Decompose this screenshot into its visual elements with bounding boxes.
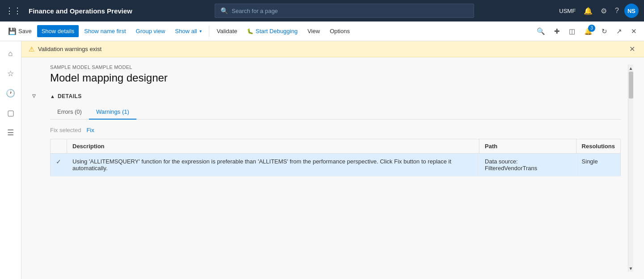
warning-banner: ⚠ Validation warnings exist ✕ bbox=[21, 41, 644, 57]
user-company[interactable]: USMF bbox=[556, 6, 578, 16]
tab-errors[interactable]: Errors (0) bbox=[50, 105, 89, 120]
toolbar-right: 🔍 ✚ ◫ 🔔 3 ↻ ↗ ✕ bbox=[533, 25, 640, 38]
search-bar[interactable]: 🔍 bbox=[215, 4, 474, 18]
warning-triangle-icon: ⚠ bbox=[29, 45, 34, 53]
tab-warnings[interactable]: Warnings (1) bbox=[89, 105, 136, 120]
validate-button[interactable]: Validate bbox=[212, 25, 242, 37]
search-input[interactable] bbox=[232, 8, 468, 14]
close-button[interactable]: ✕ bbox=[627, 25, 640, 38]
row-check-cell: ✓ bbox=[51, 154, 67, 176]
col-path: Path bbox=[479, 139, 576, 154]
search-icon: 🔍 bbox=[220, 7, 228, 14]
sidebar-workspaces-icon[interactable]: ▢ bbox=[2, 104, 20, 122]
table-row[interactable]: ✓ Using 'ALLITEMSQUERY' function for the… bbox=[51, 154, 621, 176]
grid-menu-icon[interactable]: ⋮⋮ bbox=[5, 6, 21, 16]
top-nav-right: USMF 🔔 ⚙ ? NS bbox=[556, 4, 639, 18]
content-area: SAMPLE MODEL SAMPLE MODEL Model mapping … bbox=[50, 64, 621, 272]
scroll-thumb[interactable] bbox=[629, 72, 633, 99]
col-description: Description bbox=[67, 139, 479, 154]
notifications-button[interactable]: 🔔 bbox=[581, 5, 595, 17]
user-avatar[interactable]: NS bbox=[624, 4, 639, 18]
sidebar-recent-icon[interactable]: 🕐 bbox=[2, 84, 20, 102]
show-name-first-button[interactable]: Show name first bbox=[80, 25, 130, 37]
main-layout: ⌂ ☆ 🕐 ▢ ☰ ⚠ Validation warnings exist ✕ … bbox=[0, 41, 644, 279]
toolbar-divider-1 bbox=[209, 26, 209, 37]
notification-badge: 3 bbox=[588, 25, 595, 32]
group-view-button[interactable]: Group view bbox=[131, 25, 170, 37]
scroll-down-button[interactable]: ▼ bbox=[628, 265, 633, 272]
refresh-button[interactable]: ↻ bbox=[598, 25, 611, 38]
page-content: ▿ SAMPLE MODEL SAMPLE MODEL Model mappin… bbox=[21, 57, 644, 279]
view-button[interactable]: View bbox=[303, 25, 324, 37]
actions-row: Fix selected Fix bbox=[50, 127, 621, 133]
show-all-dropdown-arrow: ▾ bbox=[199, 29, 202, 34]
save-button[interactable]: 💾 Save bbox=[4, 25, 36, 38]
tabs: Errors (0) Warnings (1) bbox=[50, 105, 621, 120]
options-button[interactable]: Options bbox=[325, 25, 354, 37]
row-checkmark-icon: ✓ bbox=[56, 158, 61, 165]
help-button[interactable]: ? bbox=[612, 5, 622, 17]
row-resolutions-cell: Single bbox=[576, 154, 620, 176]
show-details-button[interactable]: Show details bbox=[37, 25, 79, 37]
section-collapse-arrow: ▲ bbox=[50, 94, 55, 99]
page-title: Model mapping designer bbox=[50, 72, 621, 84]
notification-badge-button[interactable]: 🔔 3 bbox=[580, 25, 596, 38]
table-header-row: Description Path Resolutions bbox=[51, 139, 621, 154]
section-title: DETAILS bbox=[58, 93, 82, 99]
main-content: ⚠ Validation warnings exist ✕ ▿ SAMPLE M… bbox=[21, 41, 644, 279]
filter-icon[interactable]: ▿ bbox=[32, 92, 36, 99]
panel-button[interactable]: ◫ bbox=[565, 25, 579, 38]
fix-selected-text: Fix selected bbox=[50, 127, 81, 133]
scroll-track[interactable] bbox=[628, 72, 633, 265]
warning-text: Validation warnings exist bbox=[38, 46, 624, 52]
top-nav: ⋮⋮ Finance and Operations Preview 🔍 USMF… bbox=[0, 0, 644, 21]
col-check bbox=[51, 139, 67, 154]
filter-panel: ▿ bbox=[32, 64, 43, 272]
app-title: Finance and Operations Preview bbox=[25, 7, 132, 15]
search-container: 🔍 bbox=[136, 4, 553, 18]
search-toolbar-button[interactable]: 🔍 bbox=[533, 25, 549, 38]
breadcrumb: SAMPLE MODEL SAMPLE MODEL bbox=[50, 64, 621, 70]
save-icon: 💾 bbox=[8, 27, 17, 35]
sidebar-list-icon[interactable]: ☰ bbox=[2, 124, 20, 142]
left-sidebar: ⌂ ☆ 🕐 ▢ ☰ bbox=[0, 41, 21, 279]
row-path-cell: Data source: FilteredVendorTrans bbox=[479, 154, 576, 176]
debug-icon: 🐛 bbox=[247, 28, 254, 34]
expand-button[interactable]: ↗ bbox=[613, 25, 626, 38]
row-description-cell: Using 'ALLITEMSQUERY' function for the e… bbox=[67, 154, 479, 176]
settings-button[interactable]: ⚙ bbox=[598, 5, 610, 17]
col-resolutions: Resolutions bbox=[576, 139, 620, 154]
right-scrollbar[interactable]: ▲ ▼ bbox=[628, 64, 633, 272]
warning-close-button[interactable]: ✕ bbox=[627, 45, 637, 53]
toolbar: 💾 Save Show details Show name first Grou… bbox=[0, 21, 644, 41]
fix-link[interactable]: Fix bbox=[86, 127, 94, 133]
sidebar-home-icon[interactable]: ⌂ bbox=[2, 45, 20, 63]
scroll-up-button[interactable]: ▲ bbox=[628, 64, 633, 72]
details-section-header[interactable]: ▲ DETAILS bbox=[50, 93, 621, 99]
sidebar-favorites-icon[interactable]: ☆ bbox=[2, 64, 20, 82]
pin-button[interactable]: ✚ bbox=[551, 25, 564, 38]
start-debugging-button[interactable]: 🐛 Start Debugging bbox=[242, 25, 302, 37]
show-all-button[interactable]: Show all ▾ bbox=[170, 25, 206, 37]
warnings-table: Description Path Resolutions ✓ Using 'AL… bbox=[50, 139, 621, 176]
